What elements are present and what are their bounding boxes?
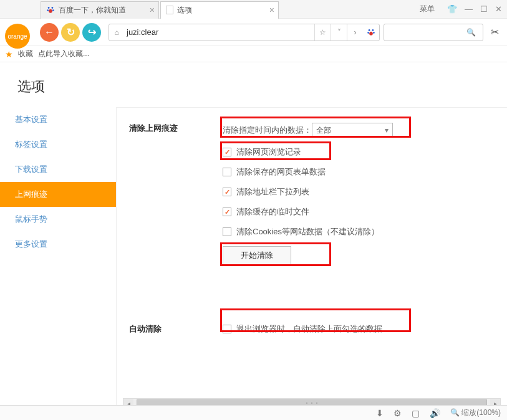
go-icon[interactable]: › xyxy=(347,24,363,41)
svg-point-6 xyxy=(367,32,369,34)
settings-sidebar: 基本设置 标签设置 下载设置 上网痕迹 鼠标手势 更多设置 xyxy=(0,107,116,408)
time-range-label: 清除指定时间内的数据： xyxy=(223,125,312,136)
options-page: 选项 基本设置 标签设置 下载设置 上网痕迹 鼠标手势 更多设置 清除上网痕迹 … xyxy=(0,62,507,405)
start-clear-button[interactable]: 开始清除 xyxy=(223,246,291,265)
download-icon[interactable]: ⬇ xyxy=(376,408,384,418)
baidu-favicon-icon xyxy=(46,6,55,14)
tab-title: 选项 xyxy=(177,5,192,16)
check-history[interactable]: 清除网页浏览记录 xyxy=(223,146,495,158)
titlebar: 百度一下，你就知道 × 选项 × 菜单 👕 — ☐ ✕ xyxy=(0,0,507,19)
skin-icon[interactable]: 👕 xyxy=(447,4,457,14)
minimize-icon[interactable]: — xyxy=(465,4,473,14)
reload-button[interactable]: ↻ xyxy=(61,23,80,42)
close-window-icon[interactable]: ✕ xyxy=(495,4,502,14)
restore-icon[interactable]: ▢ xyxy=(412,408,420,418)
sidebar-item-browsing-data[interactable]: 上网痕迹 xyxy=(0,182,116,207)
window-controls: 菜单 👕 — ☐ ✕ xyxy=(420,4,502,14)
close-icon[interactable]: × xyxy=(150,5,155,15)
check-auto-clear[interactable]: 退出浏览器时，自动清除上面勾选的数据 xyxy=(223,323,495,335)
toolbar: ← ↻ ↪ ⌂ ☆ ˅ › 🔍 ✂ xyxy=(0,19,507,46)
check-forms[interactable]: 清除保存的网页表单数据 xyxy=(223,166,495,178)
svg-point-0 xyxy=(48,7,50,9)
svg-point-7 xyxy=(373,32,375,34)
zoom-control[interactable]: 🔍 缩放(100%) xyxy=(450,408,501,418)
section-clear-data: 清除上网痕迹 清除指定时间内的数据： 全部 ▾ 清除网页浏览记录 清除保存的网页… xyxy=(129,123,495,274)
nav-buttons: ← ↻ ↪ xyxy=(40,23,101,42)
svg-point-3 xyxy=(52,9,54,11)
favorites-label[interactable]: 收藏 xyxy=(18,49,33,59)
tab-title: 百度一下，你就知道 xyxy=(59,5,126,16)
svg-point-4 xyxy=(369,29,370,31)
sidebar-item-more[interactable]: 更多设置 xyxy=(0,232,116,257)
close-icon[interactable]: × xyxy=(269,5,274,15)
time-range-row: 清除指定时间内的数据： 全部 ▾ xyxy=(223,123,495,138)
bookmarks-bar: ★ 收藏 点此导入收藏... xyxy=(0,46,507,62)
section-heading: 清除上网痕迹 xyxy=(129,123,223,274)
check-cookies[interactable]: 清除Cookies等网站数据（不建议清除） xyxy=(223,226,495,237)
maximize-icon[interactable]: ☐ xyxy=(480,4,488,14)
section-auto-clear: 自动清除 退出浏览器时，自动清除上面勾选的数据 xyxy=(129,323,495,343)
checkbox-icon[interactable] xyxy=(223,188,231,196)
forward-button[interactable]: ↪ xyxy=(82,23,101,42)
check-addressbar[interactable]: 清除地址栏下拉列表 xyxy=(223,186,495,198)
page-title: 选项 xyxy=(0,62,507,107)
sidebar-item-download[interactable]: 下载设置 xyxy=(0,157,116,182)
tab-baidu[interactable]: 百度一下，你就知道 × xyxy=(41,1,159,19)
chevron-down-icon: ▾ xyxy=(385,126,389,135)
settings-main: 清除上网痕迹 清除指定时间内的数据： 全部 ▾ 清除网页浏览记录 清除保存的网页… xyxy=(116,107,507,408)
page-favicon-icon xyxy=(166,6,173,14)
sound-icon[interactable]: 🔊 xyxy=(430,408,440,418)
tab-options[interactable]: 选项 × xyxy=(160,1,279,19)
search-box[interactable]: 🔍 xyxy=(384,24,483,41)
search-icon[interactable]: 🔍 xyxy=(463,24,479,41)
status-bar: ⬇ ⚙ ▢ 🔊 🔍 缩放(100%) xyxy=(0,405,507,420)
sidebar-item-tabs[interactable]: 标签设置 xyxy=(0,132,116,157)
home-icon[interactable]: ⌂ xyxy=(109,28,124,37)
section-heading: 自动清除 xyxy=(129,323,223,343)
search-engine-icon[interactable] xyxy=(363,24,379,41)
svg-point-2 xyxy=(47,9,49,11)
clear-button-row: 开始清除 xyxy=(223,246,495,265)
time-range-select[interactable]: 全部 ▾ xyxy=(312,123,393,138)
screenshot-icon[interactable]: ✂ xyxy=(487,26,502,38)
svg-point-5 xyxy=(372,29,374,31)
favorites-star-icon[interactable]: ★ xyxy=(5,49,13,59)
star-icon[interactable]: ☆ xyxy=(314,24,331,41)
chevron-down-icon[interactable]: ˅ xyxy=(331,24,347,41)
checkbox-icon[interactable] xyxy=(223,208,231,216)
address-bar[interactable]: ⌂ ☆ ˅ › xyxy=(109,24,380,41)
checkbox-icon[interactable] xyxy=(223,168,231,176)
import-bookmarks-link[interactable]: 点此导入收藏... xyxy=(38,49,89,59)
checkbox-icon[interactable] xyxy=(223,148,231,156)
sidebar-item-gestures[interactable]: 鼠标手势 xyxy=(0,207,116,232)
checkbox-icon[interactable] xyxy=(223,325,231,333)
sidebar-item-basic[interactable]: 基本设置 xyxy=(0,107,116,132)
svg-point-1 xyxy=(52,7,54,9)
gear-icon[interactable]: ⚙ xyxy=(394,408,402,418)
menu-button[interactable]: 菜单 xyxy=(420,4,435,14)
url-input[interactable] xyxy=(124,27,314,37)
checkbox-icon[interactable] xyxy=(223,227,231,236)
check-cache[interactable]: 清除缓存的临时文件 xyxy=(223,206,495,217)
tabs-strip: 百度一下，你就知道 × 选项 × xyxy=(41,0,280,19)
browser-logo-icon[interactable]: orange xyxy=(5,24,30,49)
back-button[interactable]: ← xyxy=(40,23,59,42)
